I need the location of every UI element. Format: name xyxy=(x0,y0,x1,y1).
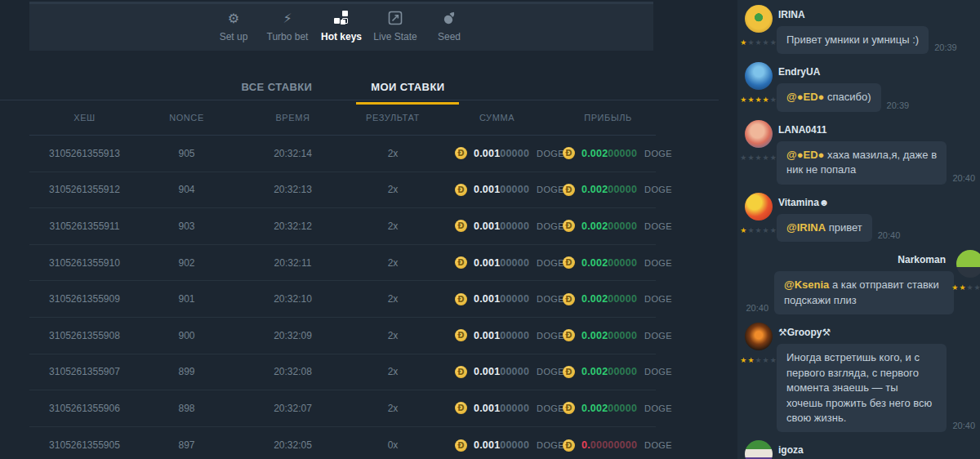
avatar[interactable] xyxy=(956,250,980,278)
table-row[interactable]: 310526135591090220:32:112xĐ0.00100000DOG… xyxy=(29,245,656,282)
chat-username[interactable]: igoza xyxy=(778,444,975,456)
table-row[interactable]: 310526135590589720:32:050xĐ0.00100000DOG… xyxy=(29,427,656,459)
message-timestamp: 20:40 xyxy=(878,230,901,242)
chat-username[interactable]: ⚒Groopy⚒ xyxy=(778,327,975,338)
chat-message-body: Narkoman@Ksenia а как отправит ставки по… xyxy=(741,248,954,314)
profit-cell: Đ0.00200000DOGE xyxy=(560,147,656,159)
chat-username[interactable]: Vitamina☻ xyxy=(778,197,975,208)
amount-main: 0.001 xyxy=(474,148,500,159)
hash-cell: 3105261355909 xyxy=(29,293,140,305)
avatar[interactable] xyxy=(745,120,773,148)
profit-cell: Đ0.00200000DOGE xyxy=(560,329,656,341)
amount-value: 0.00100000 xyxy=(474,184,529,195)
currency-label: DOGE xyxy=(644,258,672,268)
table-row[interactable]: 310526135590890020:32:092xĐ0.00100000DOG… xyxy=(29,318,656,354)
chat-bubble: @IRINA привет xyxy=(777,214,872,242)
table-row[interactable]: 310526135591390520:32:142xĐ0.00100000DOG… xyxy=(29,136,656,172)
toolbar-item-seed[interactable]: Seed xyxy=(422,10,476,42)
sum-cell: Đ0.00100000DOGE xyxy=(434,402,560,414)
user-mention[interactable]: @IRINA xyxy=(786,221,826,234)
time-cell: 20:32:12 xyxy=(234,221,352,232)
sum-cell: Đ0.00100000DOGE xyxy=(434,439,560,452)
toolbar-item-turbo-bet[interactable]: ⚡ Turbo bet xyxy=(261,10,314,42)
message-timestamp: 20:40 xyxy=(746,303,768,314)
result-cell: 2x xyxy=(352,366,434,377)
chat-username[interactable]: Narkoman xyxy=(746,254,946,265)
amount-value: 0.00200000 xyxy=(581,221,637,232)
star-icon: ★ xyxy=(966,283,973,292)
table-row[interactable]: 310526135590990120:32:102xĐ0.00100000DOG… xyxy=(29,281,656,318)
sum-cell: Đ0.00100000DOGE xyxy=(434,147,560,159)
profit-cell: Đ0.00200000DOGE xyxy=(560,402,656,414)
chat-message-body: EndryUA@●ED● спасибо)20:39 xyxy=(777,60,980,111)
sum-cell: Đ0.00100000DOGE xyxy=(434,256,560,269)
amount-main: 0.001 xyxy=(474,330,500,341)
avatar[interactable] xyxy=(745,193,773,221)
column-header-hash: ХЕШ xyxy=(29,113,140,123)
chat-bubble-row: Иногда встретишь кого, и с первого взгля… xyxy=(777,344,975,432)
nonce-cell: 905 xyxy=(140,148,234,159)
doge-coin-icon: Đ xyxy=(563,184,575,196)
table-row[interactable]: 310526135591290420:32:132xĐ0.00100000DOG… xyxy=(29,172,656,209)
result-cell: 2x xyxy=(352,403,434,414)
amount-value: 0.00100000 xyxy=(474,439,529,451)
table-body: 310526135591390520:32:142xĐ0.00100000DOG… xyxy=(29,136,656,459)
chat-username[interactable]: EndryUA xyxy=(778,66,975,78)
table-row[interactable]: 310526135590789920:32:082xĐ0.00100000DOG… xyxy=(29,354,656,391)
column-header-result: РЕЗУЛЬТАТ xyxy=(352,113,434,123)
avatar[interactable] xyxy=(745,323,773,350)
avatar[interactable] xyxy=(745,5,773,33)
amount-main: 0.001 xyxy=(474,403,500,414)
chat-message: ★★★★★igoza@●ED●дружище рано ты сказал ст… xyxy=(741,439,980,459)
message-timestamp: 20:40 xyxy=(952,173,975,185)
chat-bubble: Иногда встретишь кого, и с первого взгля… xyxy=(777,344,947,432)
chat-username[interactable]: IRINA xyxy=(778,9,975,20)
time-cell: 20:32:13 xyxy=(234,184,352,195)
toolbar-item-live-state[interactable]: Live State xyxy=(368,10,422,42)
chat-username[interactable]: LANA0411 xyxy=(778,124,975,136)
amount-value: 0.00200000 xyxy=(581,148,637,159)
table-row[interactable]: 310526135590689820:32:072xĐ0.00100000DOG… xyxy=(29,390,656,427)
amount-trailing-zeros: 00000 xyxy=(500,439,529,451)
amount-main: 0.002 xyxy=(581,366,608,377)
chat-bubble: Привет умники и умницы :) xyxy=(777,26,929,54)
doge-coin-icon: Đ xyxy=(455,184,467,196)
doge-coin-icon: Đ xyxy=(455,220,467,232)
bets-table: ХЕШ NONCE ВРЕМЯ РЕЗУЛЬТАТ СУММА ПРИБЫЛЬ … xyxy=(29,100,656,459)
currency-label: DOGE xyxy=(644,440,672,450)
currency-label: DOGE xyxy=(644,331,672,341)
hash-cell: 3105261355911 xyxy=(29,221,140,232)
doge-coin-icon: Đ xyxy=(455,147,467,159)
amount-value: 0.00200000 xyxy=(581,184,637,195)
doge-coin-icon: Đ xyxy=(563,329,575,341)
amount-main: 0.002 xyxy=(581,148,608,159)
message-timestamp: 20:40 xyxy=(952,421,975,432)
amount-main: 0.001 xyxy=(474,184,500,195)
chat-bubble: @●ED● хаха мазила,я, даже в ник не попал… xyxy=(777,141,947,185)
amount-trailing-zeros: 00000 xyxy=(608,330,637,341)
user-mention[interactable]: @Ksenia xyxy=(784,279,829,291)
star-icon: ★ xyxy=(763,38,770,47)
nonce-cell: 901 xyxy=(140,293,234,305)
table-row[interactable]: 310526135591190320:32:122xĐ0.00100000DOG… xyxy=(29,208,656,245)
amount-main: 0.002 xyxy=(581,403,608,414)
avatar[interactable] xyxy=(745,440,773,459)
user-mention[interactable]: @●ED● xyxy=(786,149,824,161)
avatar[interactable] xyxy=(745,62,773,90)
time-cell: 20:32:08 xyxy=(234,366,352,377)
doge-coin-icon: Đ xyxy=(563,293,575,305)
chat-message: ★★★★★Narkoman@Ksenia а как отправит став… xyxy=(741,248,980,314)
user-mention[interactable]: @●ED● xyxy=(786,91,824,103)
amount-main: 0.002 xyxy=(581,184,608,195)
chat-panel[interactable]: ★★★★★IRINAПривет умники и умницы :)20:39… xyxy=(737,0,980,459)
hash-cell: 3105261355906 xyxy=(29,403,140,414)
amount-main: 0.001 xyxy=(474,366,500,377)
toolbar-item-set-up[interactable]: ⚙ Set up xyxy=(207,10,261,42)
chat-message-body: LANA0411@●ED● хаха мазила,я, даже в ник … xyxy=(777,118,980,185)
hotkeys-icon xyxy=(334,10,349,26)
message-text: Привет умники и умницы :) xyxy=(786,33,919,46)
column-header-nonce: NONCE xyxy=(140,113,234,123)
toolbar-item-hot-keys[interactable]: Hot keys xyxy=(314,10,368,42)
amount-trailing-zeros: 00000 xyxy=(500,403,529,414)
chat-bubble: @●ED● спасибо) xyxy=(777,83,881,111)
